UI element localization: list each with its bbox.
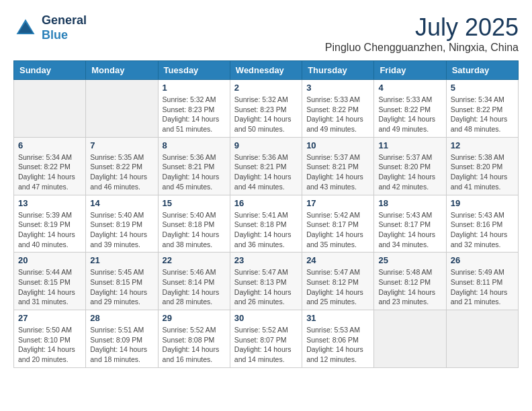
- calendar-cell: 29Sunrise: 5:52 AM Sunset: 8:08 PM Dayli…: [158, 310, 230, 368]
- day-info: Sunrise: 5:46 AM Sunset: 8:14 PM Dayligh…: [163, 267, 226, 307]
- day-number: 22: [163, 255, 226, 265]
- weekday-header-row: SundayMondayTuesdayWednesdayThursdayFrid…: [14, 61, 519, 80]
- calendar-cell: 23Sunrise: 5:47 AM Sunset: 8:13 PM Dayli…: [230, 253, 302, 310]
- day-number: 30: [234, 313, 298, 323]
- day-info: Sunrise: 5:41 AM Sunset: 8:18 PM Dayligh…: [234, 210, 298, 250]
- calendar-cell: 2Sunrise: 5:32 AM Sunset: 8:23 PM Daylig…: [230, 80, 302, 138]
- logo: General Blue: [13, 13, 87, 42]
- day-info: Sunrise: 5:45 AM Sunset: 8:15 PM Dayligh…: [90, 267, 153, 307]
- calendar-cell: [86, 80, 158, 138]
- day-info: Sunrise: 5:49 AM Sunset: 8:11 PM Dayligh…: [451, 267, 514, 307]
- day-info: Sunrise: 5:33 AM Sunset: 8:22 PM Dayligh…: [378, 95, 441, 134]
- calendar-body: 1Sunrise: 5:32 AM Sunset: 8:23 PM Daylig…: [14, 80, 519, 368]
- day-number: 9: [234, 140, 298, 150]
- day-info: Sunrise: 5:44 AM Sunset: 8:15 PM Dayligh…: [18, 267, 81, 307]
- day-number: 29: [163, 313, 226, 323]
- calendar-cell: 22Sunrise: 5:46 AM Sunset: 8:14 PM Dayli…: [158, 253, 230, 310]
- day-info: Sunrise: 5:40 AM Sunset: 8:18 PM Dayligh…: [163, 210, 226, 250]
- day-info: Sunrise: 5:47 AM Sunset: 8:13 PM Dayligh…: [234, 267, 298, 307]
- calendar-cell: [14, 80, 86, 138]
- calendar-cell: 16Sunrise: 5:41 AM Sunset: 8:18 PM Dayli…: [230, 195, 302, 253]
- day-info: Sunrise: 5:43 AM Sunset: 8:16 PM Dayligh…: [451, 210, 514, 250]
- day-info: Sunrise: 5:53 AM Sunset: 8:06 PM Dayligh…: [306, 325, 369, 365]
- calendar-cell: 4Sunrise: 5:33 AM Sunset: 8:22 PM Daylig…: [374, 80, 446, 138]
- day-info: Sunrise: 5:39 AM Sunset: 8:19 PM Dayligh…: [18, 210, 81, 250]
- calendar-cell: 14Sunrise: 5:40 AM Sunset: 8:19 PM Dayli…: [86, 195, 158, 253]
- calendar-cell: 13Sunrise: 5:39 AM Sunset: 8:19 PM Dayli…: [14, 195, 86, 253]
- weekday-header-saturday: Saturday: [446, 61, 518, 80]
- day-number: 20: [18, 255, 81, 265]
- day-info: Sunrise: 5:40 AM Sunset: 8:19 PM Dayligh…: [90, 210, 153, 250]
- day-number: 3: [306, 83, 369, 93]
- calendar-cell: 31Sunrise: 5:53 AM Sunset: 8:06 PM Dayli…: [302, 310, 374, 368]
- day-number: 4: [378, 83, 441, 93]
- day-number: 16: [234, 198, 298, 208]
- calendar-cell: 18Sunrise: 5:43 AM Sunset: 8:17 PM Dayli…: [374, 195, 446, 253]
- day-info: Sunrise: 5:37 AM Sunset: 8:20 PM Dayligh…: [378, 152, 441, 192]
- week-row-1: 1Sunrise: 5:32 AM Sunset: 8:23 PM Daylig…: [14, 80, 519, 138]
- day-info: Sunrise: 5:36 AM Sunset: 8:21 PM Dayligh…: [234, 152, 298, 192]
- week-row-2: 6Sunrise: 5:34 AM Sunset: 8:22 PM Daylig…: [14, 137, 519, 195]
- day-info: Sunrise: 5:37 AM Sunset: 8:21 PM Dayligh…: [306, 152, 369, 192]
- day-info: Sunrise: 5:47 AM Sunset: 8:12 PM Dayligh…: [306, 267, 369, 307]
- calendar-header: SundayMondayTuesdayWednesdayThursdayFrid…: [14, 61, 519, 80]
- day-info: Sunrise: 5:36 AM Sunset: 8:21 PM Dayligh…: [163, 152, 226, 192]
- day-info: Sunrise: 5:52 AM Sunset: 8:08 PM Dayligh…: [163, 325, 226, 365]
- day-number: 13: [18, 198, 81, 208]
- calendar-cell: 17Sunrise: 5:42 AM Sunset: 8:17 PM Dayli…: [302, 195, 374, 253]
- calendar-cell: 9Sunrise: 5:36 AM Sunset: 8:21 PM Daylig…: [230, 137, 302, 195]
- day-number: 27: [18, 313, 81, 323]
- day-info: Sunrise: 5:34 AM Sunset: 8:22 PM Dayligh…: [18, 152, 81, 192]
- calendar-cell: 6Sunrise: 5:34 AM Sunset: 8:22 PM Daylig…: [14, 137, 86, 195]
- calendar-cell: 28Sunrise: 5:51 AM Sunset: 8:09 PM Dayli…: [86, 310, 158, 368]
- weekday-header-thursday: Thursday: [302, 61, 374, 80]
- day-number: 18: [378, 198, 441, 208]
- day-info: Sunrise: 5:48 AM Sunset: 8:12 PM Dayligh…: [378, 267, 441, 307]
- day-number: 11: [378, 140, 441, 150]
- title-area: July 2025 Pingluo Chengguanzhen, Ningxia…: [325, 13, 519, 54]
- day-number: 19: [451, 198, 514, 208]
- day-number: 14: [90, 198, 153, 208]
- calendar-cell: 30Sunrise: 5:52 AM Sunset: 8:07 PM Dayli…: [230, 310, 302, 368]
- day-info: Sunrise: 5:51 AM Sunset: 8:09 PM Dayligh…: [90, 325, 153, 365]
- day-info: Sunrise: 5:35 AM Sunset: 8:22 PM Dayligh…: [90, 152, 153, 192]
- day-number: 24: [306, 255, 369, 265]
- location-title: Pingluo Chengguanzhen, Ningxia, China: [325, 42, 519, 54]
- calendar-cell: 27Sunrise: 5:50 AM Sunset: 8:10 PM Dayli…: [14, 310, 86, 368]
- day-number: 1: [163, 83, 226, 93]
- weekday-header-friday: Friday: [374, 61, 446, 80]
- weekday-header-wednesday: Wednesday: [230, 61, 302, 80]
- logo-line2: Blue: [42, 28, 87, 43]
- day-info: Sunrise: 5:33 AM Sunset: 8:22 PM Dayligh…: [306, 95, 369, 134]
- calendar-cell: 8Sunrise: 5:36 AM Sunset: 8:21 PM Daylig…: [158, 137, 230, 195]
- calendar-cell: 15Sunrise: 5:40 AM Sunset: 8:18 PM Dayli…: [158, 195, 230, 253]
- week-row-5: 27Sunrise: 5:50 AM Sunset: 8:10 PM Dayli…: [14, 310, 519, 368]
- week-row-3: 13Sunrise: 5:39 AM Sunset: 8:19 PM Dayli…: [14, 195, 519, 253]
- day-number: 26: [451, 255, 514, 265]
- day-number: 25: [378, 255, 441, 265]
- day-number: 5: [451, 83, 514, 93]
- day-number: 6: [18, 140, 81, 150]
- weekday-header-tuesday: Tuesday: [158, 61, 230, 80]
- calendar-cell: 21Sunrise: 5:45 AM Sunset: 8:15 PM Dayli…: [86, 253, 158, 310]
- calendar-cell: 7Sunrise: 5:35 AM Sunset: 8:22 PM Daylig…: [86, 137, 158, 195]
- calendar-cell: 26Sunrise: 5:49 AM Sunset: 8:11 PM Dayli…: [446, 253, 518, 310]
- logo-text: General Blue: [42, 13, 87, 42]
- day-number: 28: [90, 313, 153, 323]
- calendar-cell: 20Sunrise: 5:44 AM Sunset: 8:15 PM Dayli…: [14, 253, 86, 310]
- calendar-cell: 11Sunrise: 5:37 AM Sunset: 8:20 PM Dayli…: [374, 137, 446, 195]
- day-number: 7: [90, 140, 153, 150]
- day-number: 21: [90, 255, 153, 265]
- day-info: Sunrise: 5:32 AM Sunset: 8:23 PM Dayligh…: [163, 95, 226, 134]
- weekday-header-sunday: Sunday: [14, 61, 86, 80]
- day-number: 12: [451, 140, 514, 150]
- day-number: 23: [234, 255, 298, 265]
- calendar-cell: 19Sunrise: 5:43 AM Sunset: 8:16 PM Dayli…: [446, 195, 518, 253]
- day-info: Sunrise: 5:52 AM Sunset: 8:07 PM Dayligh…: [234, 325, 298, 365]
- logo-line1: General: [42, 13, 87, 28]
- week-row-4: 20Sunrise: 5:44 AM Sunset: 8:15 PM Dayli…: [14, 253, 519, 310]
- day-info: Sunrise: 5:43 AM Sunset: 8:17 PM Dayligh…: [378, 210, 441, 250]
- day-number: 31: [306, 313, 369, 323]
- month-title: July 2025: [325, 13, 519, 42]
- calendar-cell: 1Sunrise: 5:32 AM Sunset: 8:23 PM Daylig…: [158, 80, 230, 138]
